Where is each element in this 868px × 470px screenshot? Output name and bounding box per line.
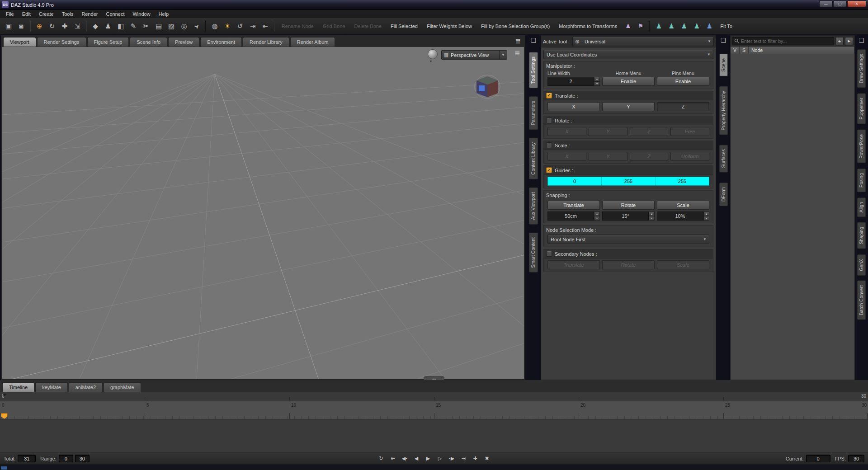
map-transfer-icon[interactable]: ▤ [153,20,165,32]
rotate-tool-icon[interactable]: ↻ [46,20,58,32]
close-button[interactable]: ✕ [847,0,866,7]
pane-group-icon[interactable]: ❏ [721,37,726,44]
translate-x-button[interactable]: X [547,102,600,111]
menu-create[interactable]: Create [35,10,58,18]
active-tool-dropdown[interactable]: ⊕ Universal ▼ [572,37,714,46]
tab-render-library[interactable]: Render Library [243,37,289,47]
spinner-down-icon[interactable]: ▾ [594,216,600,221]
fit-to-button[interactable]: Fit To [716,22,736,31]
pointer-tool-icon[interactable]: ➤ [189,18,205,34]
secondary-nodes-checkbox[interactable]: ✔ [546,251,552,257]
tab-graphmate[interactable]: graphMate [104,382,141,392]
dock-tab-smart-content[interactable]: Smart Content [529,233,538,273]
translate-z-button[interactable]: Z [657,102,709,111]
menu-help[interactable]: Help [155,10,173,18]
spinner-up-icon[interactable]: ▴ [594,212,600,216]
scale-checkbox[interactable]: ✔ [546,142,552,148]
dock-tab-dform[interactable]: DForm [719,183,728,206]
dock-tab-tool-settings[interactable]: Tool Settings [529,52,538,88]
tab-render-album[interactable]: Render Album [290,37,335,47]
tab-environment[interactable]: Environment [200,37,242,47]
dock-tab-aux-viewport[interactable]: Aux Viewport [529,188,538,225]
tab-keymate[interactable]: keyMate [35,382,68,392]
dock-tab-genx[interactable]: GenX [857,254,866,276]
pane-group-icon[interactable]: ❏ [859,37,864,44]
loop-button[interactable]: ↻ [377,455,386,463]
dock-tab-parameters[interactable]: Parameters [529,96,538,130]
dock-tab-batch-convert[interactable]: Batch Convert [857,281,866,320]
dock-tab-align[interactable]: Align [857,197,866,217]
fill-by-bone-selection-button[interactable]: Fill by Bone Selection Group(s) [477,22,554,31]
minimize-button[interactable]: — [819,0,833,7]
scene-filter-input[interactable] [741,38,832,44]
column-node[interactable]: Node [749,47,854,54]
globe-icon[interactable]: ◍ [209,20,221,32]
goto-start-button[interactable]: ⇤ [388,455,397,463]
figure-b-icon[interactable]: ♟ [665,20,677,32]
snap-rotate-button[interactable]: Rotate [602,201,655,210]
tab-animate2[interactable]: aniMate2 [69,382,103,392]
dock-tab-posing[interactable]: Posing [857,169,866,192]
view-orbit-sphere-icon[interactable] [428,49,438,59]
viewport-pane-menu-icon[interactable]: ≣ [514,49,520,57]
tab-render-settings[interactable]: Render Settings [37,37,86,47]
import-icon[interactable]: ⇥ [247,20,259,32]
pins-menu-enable-button[interactable]: Enable [657,77,709,86]
column-selection[interactable]: S [740,47,749,54]
spinner-up-icon[interactable]: ▴ [594,77,600,81]
spinner-up-icon[interactable]: ▴ [649,212,655,216]
dock-tab-content-library[interactable]: Content Library [529,138,538,179]
geometry-scissors-icon[interactable]: ✂ [140,20,152,32]
spinner-down-icon[interactable]: ▾ [594,81,600,86]
goto-end-button[interactable]: ⇥ [459,455,468,463]
dock-tab-surfaces[interactable]: Surfaces [719,145,728,172]
range-start-marker[interactable] [3,394,6,396]
node-selection-mode-dropdown[interactable]: Root Node First ▼ [547,235,709,244]
column-visibility[interactable]: V [731,47,740,54]
dock-tab-property-hierarchy[interactable]: Property Hierarchy [719,86,728,135]
guides-red-value[interactable]: 0 [548,177,602,185]
mesh-grabber-icon[interactable]: ▨ [165,20,177,32]
filter-weights-below-button[interactable]: Filter Weights Below [423,22,476,31]
prev-frame-button[interactable]: ◀ [412,455,421,463]
tab-scene-info[interactable]: Scene Info [130,37,167,47]
morphforms-to-transforms-button[interactable]: Morphforms to Transforms [555,22,621,31]
pane-group-icon[interactable]: ❏ [531,37,537,44]
weight-brush-icon[interactable]: ✎ [127,20,139,32]
rotate-checkbox[interactable]: ✔ [546,118,552,123]
export-icon[interactable]: ⇤ [259,20,271,32]
memorize-pose-icon[interactable]: ♟ [622,20,634,32]
scene-node-list[interactable] [731,54,854,380]
snap-translate-button[interactable]: Translate [547,201,600,210]
spinner-down-icon[interactable]: ▾ [649,216,655,221]
prev-key-button[interactable]: ◀▪ [400,455,409,463]
snap-scale-stepper[interactable]: 10% ▴ ▾ [657,212,709,221]
snap-translate-stepper[interactable]: 50cm ▴ ▾ [547,212,600,221]
figure-d-icon[interactable]: ♟ [691,20,703,32]
home-menu-enable-button[interactable]: Enable [602,77,655,86]
line-width-value[interactable]: 2 [547,77,594,86]
next-key-button[interactable]: ▪▶ [447,455,456,463]
filter-forward-button[interactable]: ▸ [845,37,853,45]
snap-scale-value[interactable]: 10% [657,212,703,221]
spinner-up-icon[interactable]: ▴ [703,212,709,216]
dock-tab-shaping[interactable]: Shaping [857,222,866,249]
guides-green-value[interactable]: 255 [602,177,656,185]
guides-color-bar[interactable]: 0 255 255 [547,177,709,186]
add-key-button[interactable]: ✚ [471,455,480,463]
translate-tool-icon[interactable]: ✚ [59,20,71,32]
view-selector-dropdown[interactable]: ▦ Perspective View ▼ [441,50,507,60]
dock-tab-powerpose[interactable]: PowerPose [857,130,866,163]
light-bulb-icon[interactable]: ☀ [222,20,233,32]
tab-viewport[interactable]: Viewport [3,37,36,47]
viewport-camera-icon[interactable]: ▣ [3,20,14,32]
maximize-button[interactable]: ▢ [833,0,847,7]
snap-translate-value[interactable]: 50cm [547,212,594,221]
scene-cube[interactable] [473,74,501,100]
menu-connect[interactable]: Connect [102,10,129,18]
dock-tab-scene[interactable]: Scene [719,54,728,76]
universal-tool-icon[interactable]: ⊕ [33,20,45,32]
node-tool-icon[interactable]: ◆ [90,20,101,32]
snap-scale-button[interactable]: Scale [657,201,709,210]
tab-timeline[interactable]: Timeline [2,382,34,392]
